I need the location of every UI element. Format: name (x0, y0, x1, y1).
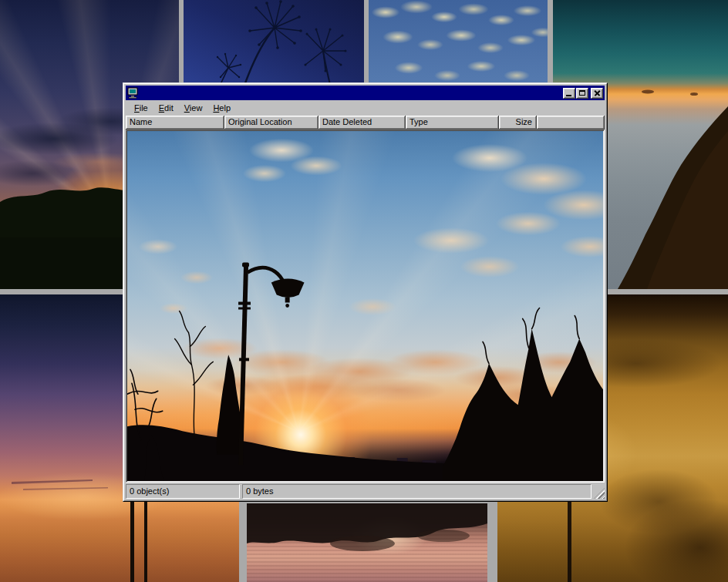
menu-item-help[interactable]: Help (207, 102, 236, 114)
status-byte-count: 0 bytes (242, 484, 592, 499)
column-header-type[interactable]: Type (406, 116, 499, 130)
column-header-size[interactable]: Size (499, 116, 537, 130)
column-header-name[interactable]: Name (126, 116, 224, 130)
menu-item-file[interactable]: File (129, 102, 153, 114)
close-button[interactable] (591, 88, 603, 99)
column-header-original-location[interactable]: Original Location (224, 116, 318, 130)
recycle-bin-window: File Edit View Help Name Original Locati… (123, 82, 608, 502)
window-frame: File Edit View Help Name Original Locati… (123, 83, 607, 501)
maximize-icon (579, 90, 585, 96)
column-header-date-deleted[interactable]: Date Deleted (318, 116, 406, 130)
resize-grip[interactable] (594, 488, 605, 499)
status-object-count: 0 object(s) (126, 484, 240, 499)
menu-bar: File Edit View Help (126, 100, 605, 116)
computer-icon[interactable] (127, 87, 140, 99)
background-photo-street-lamp-sunset (127, 131, 603, 481)
window-controls (562, 88, 603, 99)
minimize-icon (566, 95, 571, 96)
window-titlebar[interactable] (126, 86, 605, 100)
wallpaper-photo-water-reflection (247, 503, 487, 582)
menu-item-edit[interactable]: Edit (153, 102, 179, 114)
menu-item-view[interactable]: View (179, 102, 208, 114)
column-header-filler (537, 116, 605, 130)
column-header-row: Name Original Location Date Deleted Type… (126, 116, 605, 130)
reflected-hills (247, 503, 487, 582)
status-bar: 0 object(s) 0 bytes (126, 484, 605, 499)
photo-silhouettes (127, 131, 603, 481)
file-list-area[interactable] (126, 130, 605, 483)
desktop-wallpaper: File Edit View Help Name Original Locati… (0, 0, 728, 582)
minimize-button[interactable] (563, 88, 575, 99)
maximize-button[interactable] (576, 88, 588, 99)
